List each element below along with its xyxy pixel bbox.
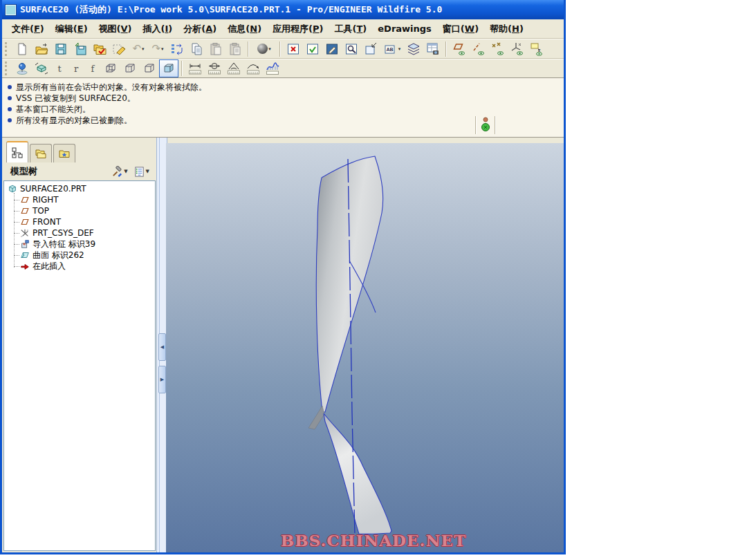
tree-item-insert-here[interactable]: 在此插入 <box>4 261 155 272</box>
diameter-measure-button[interactable] <box>205 59 224 77</box>
open-button[interactable] <box>32 40 51 58</box>
navigator-tabs <box>6 142 77 162</box>
datum-plane-display-toggle[interactable] <box>450 40 469 58</box>
menu-edrawings[interactable]: eDrawings <box>372 21 437 36</box>
hammer-icon <box>111 166 123 178</box>
tree-item-import-feature[interactable]: 导入特征 标识39 <box>4 239 155 250</box>
folder-browser-icon <box>35 147 47 160</box>
tab-folder-browser[interactable] <box>30 144 52 162</box>
datum-point-display-toggle[interactable] <box>488 40 508 58</box>
delete-old-versions-button[interactable] <box>109 40 129 58</box>
appearance-gallery-button[interactable]: ▾ <box>252 40 277 58</box>
tree-item-right[interactable]: RIGHT <box>4 194 155 205</box>
save-button[interactable] <box>51 40 71 58</box>
no-hidden-display-button[interactable] <box>140 59 159 77</box>
tree-item-csys[interactable]: xz PRT_CSYS_DEF <box>4 227 155 239</box>
activate-window-button[interactable] <box>303 40 322 58</box>
separator <box>475 116 477 134</box>
find-button[interactable] <box>342 40 361 58</box>
model-tree[interactable]: SURFACE20.PRT RIGHT TOP FRONT xz PRT_CSY… <box>3 180 156 551</box>
toolbar-separator <box>279 41 281 57</box>
tree-item-front[interactable]: FRONT <box>4 216 155 227</box>
csys-icon: xz <box>19 228 30 238</box>
view-toolbar: t r f <box>2 59 564 78</box>
show-list-icon <box>133 166 145 178</box>
collapse-right-handle[interactable]: ▶ <box>158 366 166 393</box>
tab-favorites[interactable] <box>53 144 75 162</box>
helical-surface-model <box>166 143 564 552</box>
tree-settings-button[interactable]: ▼ <box>111 166 127 178</box>
paste-special-button[interactable] <box>225 40 245 58</box>
title-bar[interactable]: SURFACE20 (活动的) E:\Proe work 5.0\SURFACE… <box>2 0 564 19</box>
tree-show-button[interactable]: ▼ <box>133 166 149 178</box>
part-icon <box>7 184 18 194</box>
refit-button[interactable] <box>361 40 380 58</box>
bullet-icon <box>8 96 12 100</box>
paste-button[interactable] <box>206 40 225 58</box>
csys-display-toggle[interactable] <box>508 40 527 58</box>
undo-button[interactable]: ↶▾ <box>129 40 148 58</box>
shaded-display-button[interactable] <box>159 59 178 77</box>
menu-edit[interactable]: 编辑(E) <box>50 21 93 37</box>
tab-model-tree[interactable] <box>6 141 28 162</box>
datum-plane-icon <box>19 195 30 205</box>
copy-button[interactable] <box>187 40 206 58</box>
surface-icon <box>19 250 30 260</box>
wireframe-display-button[interactable] <box>101 59 120 77</box>
tree-item-part[interactable]: SURFACE20.PRT <box>4 183 155 194</box>
save-copy-button[interactable] <box>71 40 90 58</box>
navigator-title: 模型树 <box>10 165 111 178</box>
toolbar-separator <box>248 41 249 57</box>
datum-axis-display-toggle[interactable] <box>469 40 488 58</box>
annotations-button[interactable]: AB▾ <box>380 40 404 58</box>
regenerate-button[interactable] <box>167 40 187 58</box>
arc-measure-button[interactable] <box>243 59 263 77</box>
toolbar-grip[interactable] <box>5 42 9 56</box>
reorient-view-button[interactable] <box>32 59 51 77</box>
graphics-viewport[interactable]: BBS.CHINADE.NET <box>166 143 564 552</box>
menu-window[interactable]: 窗口(W) <box>437 21 484 37</box>
annotation-display-toggle[interactable]: z <box>527 40 546 58</box>
datum-plane-icon <box>19 206 30 216</box>
distance-measure-button[interactable] <box>185 59 205 77</box>
menu-insert[interactable]: 插入(I) <box>138 21 178 37</box>
menu-applications[interactable]: 应用程序(P) <box>267 21 329 37</box>
toolbar-grip[interactable] <box>5 62 9 75</box>
svg-text:AB: AB <box>386 47 393 52</box>
svg-text:x: x <box>27 228 29 232</box>
toolbar-separator <box>445 41 447 57</box>
message-area: 显示所有当前在会话中的对象。没有对象将被拭除。 VSS 已被复制到 SURFAC… <box>2 77 564 138</box>
curve-analysis-button[interactable] <box>263 59 282 77</box>
navigator-panel: 模型树 ▼ ▼ SURFACE20.PRT RIGHT TOP <box>2 138 156 552</box>
menu-view[interactable]: 视图(V) <box>93 21 138 37</box>
menu-help[interactable]: 帮助(H) <box>484 21 529 37</box>
redo-button[interactable]: ↷▾ <box>148 40 167 58</box>
tree-item-top[interactable]: TOP <box>4 205 155 216</box>
menu-analysis[interactable]: 分析(A) <box>178 21 222 37</box>
close-window-button[interactable] <box>284 40 303 58</box>
favorites-folder-icon <box>58 147 71 160</box>
message-line: 显示所有当前在会话中的对象。没有对象将被拭除。 <box>6 82 564 93</box>
new-file-button[interactable] <box>12 40 32 58</box>
spin-center-toggle[interactable] <box>12 59 32 77</box>
angle-measure-button[interactable] <box>224 59 243 77</box>
model-tree-icon <box>11 147 24 159</box>
repaint-shaded-button[interactable] <box>322 40 342 58</box>
erase-not-displayed-button[interactable] <box>90 40 109 58</box>
hidden-line-display-button[interactable] <box>120 59 140 77</box>
letter-t-button[interactable]: t <box>51 59 68 77</box>
bullet-icon <box>8 85 12 89</box>
menu-info[interactable]: 信息(N) <box>222 21 267 37</box>
bullet-icon <box>8 107 12 111</box>
tree-item-surface[interactable]: 曲面 标识262 <box>4 250 155 261</box>
regeneration-status-icon[interactable] <box>480 115 491 135</box>
proe-window: SURFACE20 (活动的) E:\Proe work 5.0\SURFACE… <box>0 0 566 554</box>
letter-f-button[interactable]: f <box>84 59 101 77</box>
layers-button[interactable] <box>404 40 423 58</box>
view-manager-button[interactable] <box>423 40 443 58</box>
menu-tools[interactable]: 工具(T) <box>329 21 373 37</box>
collapse-left-handle[interactable]: ◀ <box>158 333 166 361</box>
letter-r-button[interactable]: r <box>68 59 84 77</box>
svg-text:z: z <box>538 48 541 53</box>
menu-file[interactable]: 文件(F) <box>6 21 50 37</box>
